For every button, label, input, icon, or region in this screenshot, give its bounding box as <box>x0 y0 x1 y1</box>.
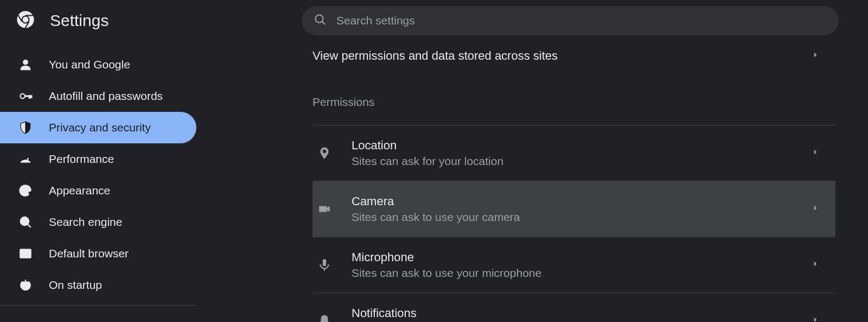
svg-point-9 <box>20 94 25 99</box>
sidebar-item-default-browser[interactable]: Default browser <box>0 238 196 269</box>
section-header-permissions: Permissions <box>312 79 835 125</box>
sidebar-item-label: Appearance <box>49 184 110 197</box>
svg-point-18 <box>21 217 29 225</box>
svg-point-15 <box>23 187 25 188</box>
sidebar-item-label: You and Google <box>49 58 130 71</box>
permission-row-location[interactable]: Location Sites can ask for your location <box>312 125 835 181</box>
row-title: View permissions and data stored across … <box>312 49 796 63</box>
svg-line-19 <box>28 224 31 228</box>
sidebar-item-label: Search engine <box>49 216 122 229</box>
row-view-all-site-data[interactable]: View permissions and data stored across … <box>312 41 835 79</box>
svg-point-2 <box>23 16 29 22</box>
sidebar-item-label: Autofill and passwords <box>49 90 163 103</box>
permission-row-microphone[interactable]: Microphone Sites can ask to use your mic… <box>312 237 835 293</box>
chevron-right-icon <box>812 148 819 158</box>
sidebar-item-appearance[interactable]: Appearance <box>0 175 196 206</box>
row-subtitle: Sites can ask to use your microphone <box>352 267 796 280</box>
sidebar-divider <box>0 305 196 306</box>
sidebar-item-label: Default browser <box>49 247 129 260</box>
svg-rect-24 <box>323 259 327 266</box>
location-icon <box>312 146 336 160</box>
chevron-right-icon <box>812 316 819 322</box>
svg-rect-12 <box>31 96 32 98</box>
svg-line-7 <box>322 21 325 24</box>
row-subtitle: Sites can ask to use your camera <box>352 211 796 224</box>
main-content: View permissions and data stored across … <box>196 41 868 322</box>
chevron-right-icon <box>812 204 819 214</box>
page-title: Settings <box>50 11 108 30</box>
permission-row-notifications[interactable]: Notifications Collapse unwanted requests… <box>312 293 835 322</box>
search-box[interactable] <box>302 6 839 35</box>
sidebar-item-label: On startup <box>49 279 102 292</box>
sidebar-item-search-engine[interactable]: Search engine <box>0 206 196 238</box>
svg-point-16 <box>27 187 28 188</box>
svg-rect-11 <box>29 96 30 98</box>
sidebar-item-label: Privacy and security <box>49 121 151 134</box>
sidebar-item-you-and-google[interactable]: You and Google <box>0 49 196 80</box>
svg-rect-20 <box>20 249 31 257</box>
svg-point-17 <box>28 190 29 191</box>
sidebar-item-privacy[interactable]: Privacy and security <box>0 112 196 143</box>
row-title: Notifications <box>352 306 796 320</box>
sidebar-item-on-startup[interactable]: On startup <box>0 269 196 301</box>
chevron-right-icon <box>812 260 819 270</box>
row-subtitle: Sites can ask for your location <box>352 155 796 168</box>
row-title: Location <box>352 138 796 153</box>
row-title: Camera <box>352 194 796 209</box>
chevron-right-icon <box>812 51 819 61</box>
microphone-icon <box>312 258 336 272</box>
svg-point-14 <box>22 190 23 191</box>
camera-icon <box>312 202 336 216</box>
svg-point-6 <box>316 15 323 22</box>
permission-row-camera[interactable]: Camera Sites can ask to use your camera <box>312 181 835 237</box>
chrome-logo-icon <box>16 10 35 31</box>
sidebar: You and Google Autofill and passwords Pr… <box>0 41 196 322</box>
sidebar-item-label: Performance <box>49 153 114 166</box>
bell-icon <box>312 314 336 322</box>
search-icon <box>314 13 327 28</box>
sidebar-item-performance[interactable]: Performance <box>0 143 196 175</box>
search-input[interactable] <box>336 14 827 27</box>
sidebar-item-autofill[interactable]: Autofill and passwords <box>0 80 196 112</box>
row-title: Microphone <box>352 250 796 264</box>
app-header: Settings <box>0 0 868 41</box>
svg-point-8 <box>23 60 28 65</box>
svg-rect-23 <box>319 206 327 212</box>
